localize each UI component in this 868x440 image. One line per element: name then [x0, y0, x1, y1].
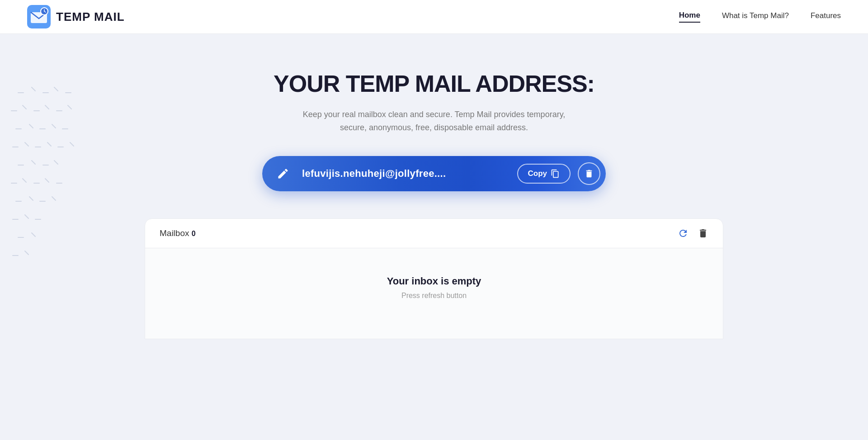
mailbox-section: Mailbox 0 Your inbox is empty Press refr… — [145, 218, 723, 339]
nav-what-is[interactable]: What is Temp Mail? — [722, 11, 789, 22]
svg-line-47 — [25, 251, 28, 255]
main-nav: Home What is Temp Mail? Features — [679, 11, 841, 23]
trash-icon — [584, 169, 594, 179]
svg-line-40 — [52, 197, 56, 200]
hero-title: YOUR TEMP MAIL ADDRESS: — [274, 70, 594, 97]
mailbox-header: Mailbox 0 — [145, 219, 723, 248]
svg-line-9 — [54, 87, 58, 91]
svg-line-35 — [45, 179, 49, 182]
hero-subtitle: Keep your real mailbox clean and secure.… — [294, 108, 574, 134]
refresh-icon — [678, 228, 689, 239]
svg-line-25 — [47, 142, 51, 146]
nav-features[interactable]: Features — [811, 11, 841, 22]
mailbox-trash-icon — [698, 228, 708, 239]
mailbox-label: Mailbox — [160, 228, 192, 238]
copy-icon — [551, 169, 560, 178]
svg-line-20 — [52, 124, 56, 128]
copy-label: Copy — [528, 169, 547, 178]
header: TEMP MAIL Home What is Temp Mail? Featur… — [0, 0, 868, 34]
mailbox-body: Your inbox is empty Press refresh button — [145, 248, 723, 339]
logo-area: TEMP MAIL — [27, 5, 125, 28]
svg-line-31 — [54, 161, 58, 164]
copy-button[interactable]: Copy — [517, 164, 571, 184]
svg-line-23 — [25, 142, 28, 146]
email-address: lefuvijis.nehuheji@jollyfree.... — [302, 168, 446, 180]
svg-line-29 — [32, 161, 35, 164]
mailbox-count: 0 — [192, 230, 196, 237]
svg-line-18 — [29, 124, 33, 128]
decorative-dashes — [9, 79, 99, 296]
svg-line-33 — [23, 179, 26, 182]
svg-line-38 — [29, 197, 33, 200]
delete-mailbox-button[interactable] — [698, 228, 708, 239]
pencil-icon[interactable] — [273, 164, 293, 184]
svg-line-16 — [68, 105, 71, 109]
svg-line-42 — [25, 215, 28, 218]
mailbox-title-wrap: Mailbox 0 — [160, 228, 196, 238]
svg-line-14 — [45, 105, 49, 109]
svg-line-45 — [32, 233, 35, 237]
logo-icon — [27, 5, 51, 28]
svg-line-7 — [32, 87, 35, 91]
mailbox-actions — [678, 228, 708, 239]
refresh-button[interactable] — [678, 228, 689, 239]
main-content: YOUR TEMP MAIL ADDRESS: Keep your real m… — [0, 34, 868, 339]
inbox-empty-title: Your inbox is empty — [387, 275, 481, 287]
svg-line-27 — [70, 142, 74, 146]
email-bar: lefuvijis.nehuheji@jollyfree.... Copy — [262, 156, 606, 191]
inbox-empty-subtitle: Press refresh button — [401, 292, 467, 300]
nav-home[interactable]: Home — [679, 11, 700, 23]
delete-email-button[interactable] — [578, 162, 600, 185]
svg-line-12 — [23, 105, 26, 109]
email-bar-left: lefuvijis.nehuheji@jollyfree.... — [273, 164, 510, 184]
logo-text: TEMP MAIL — [56, 10, 125, 24]
